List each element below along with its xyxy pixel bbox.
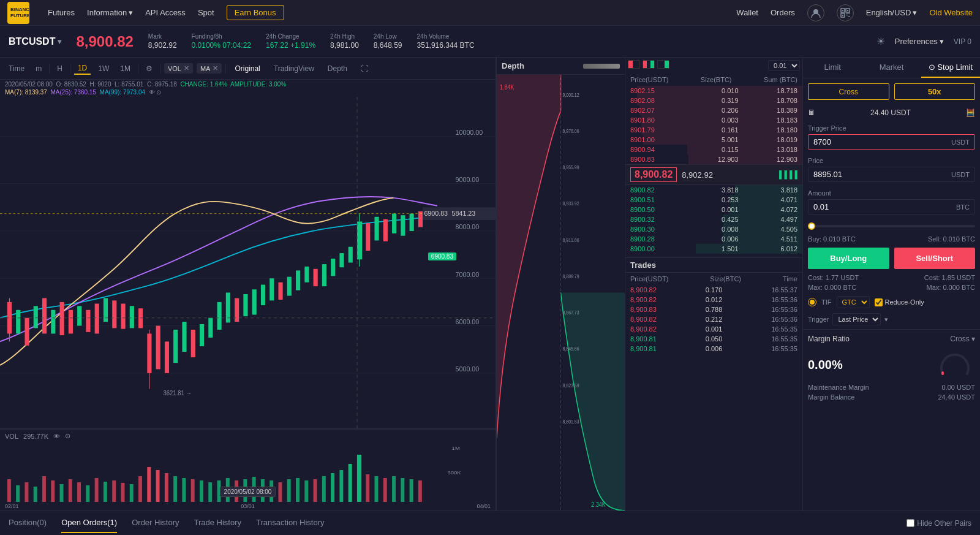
tif-radio[interactable] — [808, 298, 816, 306]
tab-trade-history[interactable]: Trade History — [194, 513, 241, 533]
bid-row[interactable]: 8900.00 1.501 6.012 — [625, 244, 802, 254]
amount-field: Amount BTC — [808, 189, 975, 214]
tab-order-history[interactable]: Order History — [132, 513, 179, 533]
trigger-price-input-row[interactable]: USDT — [808, 134, 975, 150]
price-input-row[interactable]: USDT — [808, 167, 975, 182]
chart-main[interactable]: 10000.00 9000.00 8000.00 7000.00 6000.00… — [0, 97, 496, 428]
interval-1d[interactable]: 1D — [74, 63, 91, 75]
order-type-tabs: Limit Market ⊙ Stop Limit — [803, 58, 980, 78]
user-avatar[interactable] — [807, 4, 824, 21]
ask-row[interactable]: 8902.15 0.010 18.718 — [625, 86, 802, 96]
trigger-select[interactable]: Last Price — [832, 313, 881, 325]
margin-cross-select[interactable]: Cross ▾ — [950, 335, 975, 343]
svg-rect-8 — [847, 10, 848, 11]
time-selector[interactable]: Time — [5, 63, 28, 74]
ask-row[interactable]: 8900.94 0.115 13.018 — [625, 145, 802, 154]
svg-rect-92 — [60, 484, 64, 502]
ask-row[interactable]: 8902.07 0.206 18.389 — [625, 105, 802, 115]
interval-m[interactable]: m — [32, 63, 45, 74]
interval-1w[interactable]: 1W — [94, 63, 113, 74]
ask-row[interactable]: 8900.83 12.903 12.903 — [625, 154, 802, 164]
cross-button[interactable]: Cross — [808, 83, 889, 100]
svg-rect-117 — [278, 482, 282, 502]
language-selector[interactable]: English/USD▾ — [866, 8, 918, 17]
vol-tag-close[interactable]: ✕ — [184, 64, 189, 72]
bid-row[interactable]: 8900.82 3.818 3.818 — [625, 185, 802, 195]
ticker-right: ☀ Preferences ▾ VIP 0 — [876, 36, 971, 47]
bid-row[interactable]: 8900.32 0.425 4.497 — [625, 214, 802, 224]
ask-row[interactable]: 8901.00 5.001 18.019 — [625, 135, 802, 145]
price-input[interactable] — [813, 170, 951, 179]
wallet-link[interactable]: Wallet — [736, 8, 758, 17]
nav-api-access[interactable]: API Access — [145, 8, 186, 17]
amount-unit: BTC — [956, 203, 970, 211]
interval-1m[interactable]: 1M — [116, 63, 134, 74]
bid-row[interactable]: 8900.30 0.008 4.505 — [625, 224, 802, 234]
svg-rect-33 — [60, 302, 64, 335]
reduce-only-input[interactable] — [875, 298, 883, 306]
trades-section: Trades Price(USDT) Size(BTC) Time 8,900.… — [625, 254, 802, 357]
bid-row[interactable]: 8900.28 0.006 4.511 — [625, 234, 802, 244]
ob-icon-both[interactable] — [643, 60, 655, 69]
preferences-btn[interactable]: Preferences ▾ — [895, 37, 944, 46]
svg-rect-72 — [383, 219, 388, 241]
hide-other-pairs[interactable]: Hide Other Pairs — [907, 519, 971, 528]
hide-pairs-checkbox[interactable] — [907, 519, 914, 527]
calculator-icon[interactable]: 🧮 — [966, 108, 975, 117]
depth-area[interactable]: 1.84K 2.34K 9,000.12 8,978.06 8,955.99 8… — [497, 75, 625, 510]
bid-row[interactable]: 8900.50 0.001 4.072 — [625, 205, 802, 214]
fullscreen-btn[interactable]: ⛶ — [356, 63, 373, 74]
ma-tag-close[interactable]: ✕ — [213, 64, 218, 72]
svg-rect-94 — [77, 482, 81, 502]
view-depth[interactable]: Depth — [323, 63, 352, 74]
view-tradingview[interactable]: TradingView — [269, 63, 319, 74]
ob-decimal-select[interactable]: 0.01 — [768, 60, 800, 71]
tab-position[interactable]: Position(0) — [9, 513, 47, 533]
sell-short-button[interactable]: Sell/Short — [894, 248, 976, 269]
nav-spot[interactable]: Spot — [198, 8, 214, 17]
amount-slider[interactable] — [803, 218, 980, 234]
tab-limit[interactable]: Limit — [803, 58, 862, 78]
earn-bonus-button[interactable]: Earn Bonus — [227, 5, 284, 20]
ask-row[interactable]: 8901.80 0.003 18.183 — [625, 115, 802, 125]
amount-input-row[interactable]: BTC — [808, 199, 975, 214]
ask-row[interactable]: 8902.08 0.319 18.708 — [625, 96, 802, 105]
svg-rect-57 — [261, 285, 265, 305]
ticker-symbol[interactable]: BTCUSDT ▾ — [9, 36, 61, 47]
svg-rect-127 — [366, 474, 369, 502]
amount-range[interactable] — [808, 225, 975, 227]
tab-stop-limit[interactable]: ⊙ Stop Limit — [921, 58, 980, 78]
ob-icon-bids[interactable] — [657, 60, 669, 69]
nav-information[interactable]: Information ▾ — [87, 8, 133, 17]
chart-svg: 10000.00 9000.00 8000.00 7000.00 6000.00… — [0, 97, 496, 428]
tab-open-orders[interactable]: Open Orders(1) — [61, 513, 117, 533]
gtc-select[interactable]: GTC — [837, 296, 870, 308]
tab-market[interactable]: Market — [862, 58, 921, 78]
buy-long-button[interactable]: Buy/Long — [808, 248, 889, 269]
view-original[interactable]: Original — [230, 63, 265, 74]
svg-rect-42 — [138, 308, 143, 328]
svg-text:5841.23: 5841.23 — [452, 210, 476, 217]
interval-h[interactable]: H — [53, 63, 66, 74]
logo[interactable]: BINANCE FUTURES — [7, 2, 29, 24]
svg-rect-100 — [130, 484, 134, 502]
nav-futures[interactable]: Futures — [48, 8, 75, 17]
vol-chart[interactable]: VOL 295.77K 👁 ⊙ — [0, 428, 496, 502]
svg-text:9000.00: 9000.00 — [456, 176, 480, 183]
svg-rect-37 — [95, 303, 99, 333]
svg-text:6000.00: 6000.00 — [456, 318, 480, 325]
old-website-link[interactable]: Old Website — [929, 8, 973, 17]
trigger-price-input[interactable] — [813, 137, 951, 146]
indicators-icon[interactable]: ⚙ — [142, 63, 156, 74]
svg-text:7000.00: 7000.00 — [456, 270, 480, 278]
ob-icon-asks[interactable] — [628, 60, 640, 69]
orders-link[interactable]: Orders — [771, 8, 795, 17]
amount-input[interactable] — [813, 202, 956, 211]
leverage-button[interactable]: 50x — [894, 83, 976, 100]
tab-transaction-history[interactable]: Transaction History — [256, 513, 325, 533]
qr-icon[interactable] — [837, 4, 854, 21]
svg-rect-62 — [304, 267, 309, 283]
bid-row[interactable]: 8900.51 0.253 4.071 — [625, 195, 802, 205]
ask-row[interactable]: 8901.79 0.161 18.180 — [625, 125, 802, 135]
reduce-only-checkbox[interactable]: Reduce-Only — [875, 298, 924, 306]
